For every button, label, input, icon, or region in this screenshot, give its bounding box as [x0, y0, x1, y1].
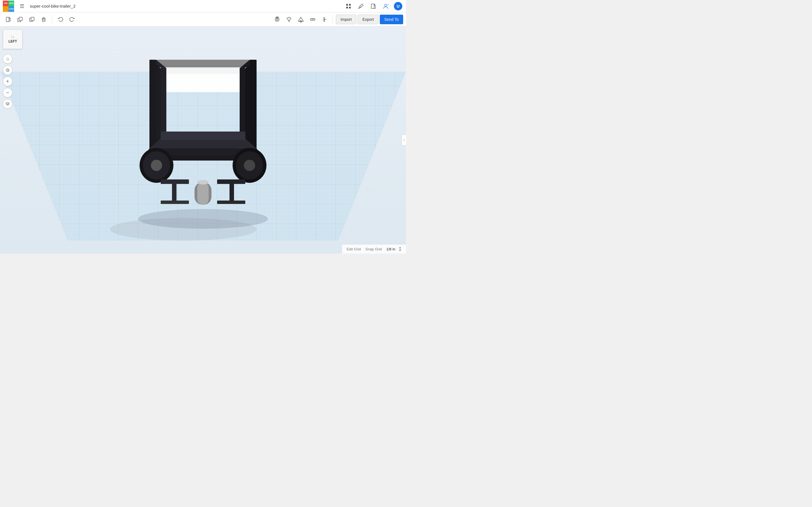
files-icon[interactable]: [368, 1, 378, 11]
snap-grid-label: Snap Grid: [365, 247, 382, 251]
svg-rect-1: [349, 4, 351, 6]
grid-view-icon[interactable]: [343, 1, 354, 11]
toolbar: Import Export Send To: [0, 12, 406, 26]
tools-icon[interactable]: [356, 1, 366, 11]
svg-marker-37: [156, 60, 250, 68]
svg-rect-7: [6, 17, 9, 22]
left-panel: ↑↓ LEFT ⌂ + −: [3, 29, 22, 109]
cube-arrows: ↑↓: [11, 35, 14, 39]
import-button[interactable]: Import: [336, 15, 357, 24]
view-cube[interactable]: ↑↓ LEFT: [3, 29, 22, 49]
snap-grid-stepper[interactable]: ▲ ▼: [399, 246, 402, 252]
svg-rect-39: [161, 131, 245, 140]
svg-point-47: [244, 160, 255, 171]
home-view-button[interactable]: ⌂: [3, 54, 12, 64]
svg-rect-9: [19, 17, 22, 20]
header-right: + U: [343, 1, 403, 11]
svg-rect-4: [371, 4, 374, 8]
delete-button[interactable]: [38, 14, 49, 25]
svg-rect-53: [172, 179, 176, 202]
svg-point-24: [138, 209, 268, 229]
svg-rect-2: [346, 7, 348, 8]
svg-rect-32: [240, 68, 245, 138]
user-avatar[interactable]: U: [393, 1, 403, 11]
nav-controls: ⌂ + −: [3, 54, 22, 109]
svg-rect-3: [349, 7, 351, 8]
svg-point-44: [151, 160, 162, 171]
user-add-icon[interactable]: +: [380, 1, 391, 11]
undo-button[interactable]: [55, 14, 66, 25]
camera-icon[interactable]: [272, 14, 283, 25]
svg-rect-11: [31, 17, 34, 20]
zoom-in-button[interactable]: +: [3, 76, 12, 86]
svg-rect-31: [161, 68, 166, 138]
model-3d: [104, 44, 302, 236]
main-viewport-area: ↑↓ LEFT ⌂ + − ‹ Edit Grid: [0, 26, 406, 253]
sendto-button[interactable]: Send To: [380, 15, 403, 24]
svg-point-16: [288, 17, 290, 20]
svg-rect-55: [161, 201, 189, 204]
logo-extra: [3, 6, 8, 12]
svg-rect-12: [42, 18, 45, 21]
svg-rect-56: [217, 201, 245, 204]
logo-ker: KER: [8, 1, 14, 6]
header: TIN KER CAD ☰ super-cool-bike-trailer_2: [0, 0, 406, 12]
snap-grid-down[interactable]: ▼: [399, 249, 402, 252]
right-panel-toggle[interactable]: ‹: [402, 134, 406, 146]
bottom-bar: Edit Grid Snap Grid 1/8 in ▲ ▼: [342, 244, 406, 253]
align-icon[interactable]: [319, 14, 330, 25]
logo-cad: CAD: [8, 6, 14, 12]
logo-tin: TIN: [3, 1, 8, 6]
export-button[interactable]: Export: [357, 15, 378, 24]
svg-rect-51: [197, 182, 209, 205]
svg-marker-38: [149, 138, 257, 149]
menu-icon[interactable]: ☰: [17, 1, 27, 11]
svg-point-52: [197, 180, 209, 184]
toolbar-right: Import Export Send To: [272, 14, 403, 25]
snap-grid-value: 1/8 in: [386, 247, 395, 251]
duplicate-button[interactable]: [27, 14, 37, 25]
svg-point-5: [385, 4, 387, 6]
fit-view-button[interactable]: [3, 65, 12, 75]
edit-grid-label[interactable]: Edit Grid: [347, 247, 361, 251]
zoom-out-button[interactable]: −: [3, 88, 12, 98]
layers-button[interactable]: [3, 99, 12, 109]
bulb-icon[interactable]: [284, 14, 294, 25]
project-title: super-cool-bike-trailer_2: [30, 4, 341, 8]
tinkercad-logo[interactable]: TIN KER CAD: [3, 1, 14, 12]
svg-marker-36: [166, 68, 240, 92]
ruler-icon[interactable]: [307, 14, 318, 25]
svg-point-14: [276, 18, 278, 20]
cube-label: LEFT: [8, 40, 17, 43]
copy-button[interactable]: [15, 14, 26, 25]
svg-rect-54: [230, 179, 234, 202]
svg-text:+: +: [388, 3, 389, 6]
shape-icon[interactable]: [296, 14, 306, 25]
redo-button[interactable]: [67, 14, 78, 25]
viewport[interactable]: [0, 26, 406, 253]
new-button[interactable]: [3, 14, 13, 25]
svg-rect-0: [346, 4, 348, 6]
